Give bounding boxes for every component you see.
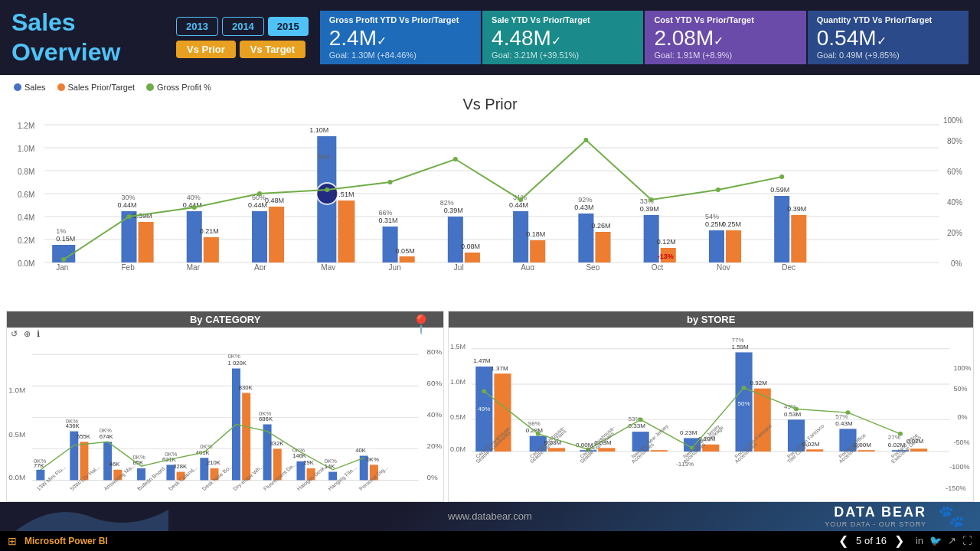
twitter-icon[interactable]: 🐦	[929, 535, 942, 546]
kpi-sale-title: Sale YTD Vs Prior/Target	[492, 15, 634, 24]
prev-page-btn[interactable]: ❮	[838, 533, 848, 548]
svg-rect-116	[36, 470, 44, 481]
vs-target-btn[interactable]: Vs Target	[240, 41, 305, 58]
reset-icon[interactable]: ↺	[11, 329, 18, 339]
kpi-quantity-value: 0.54M✓	[817, 26, 959, 51]
svg-text:0K%: 0K%	[228, 354, 241, 358]
svg-point-238	[742, 386, 746, 390]
svg-point-239	[794, 407, 799, 412]
svg-text:0K%: 0K%	[200, 445, 213, 449]
svg-text:80%: 80%	[947, 137, 962, 145]
svg-text:1.59M: 1.59M	[732, 344, 749, 350]
databear-logo-icon: 🐾	[938, 504, 965, 529]
svg-text:1.0M: 1.0M	[450, 379, 466, 386]
year-2014-btn[interactable]: 2014	[222, 17, 264, 36]
svg-text:Aug: Aug	[521, 263, 534, 270]
svg-text:Sep: Sep	[586, 263, 599, 270]
kpi-quantity: Quantity YTD Vs Prior/Target 0.54M✓ Goal…	[808, 11, 969, 64]
svg-rect-49	[448, 217, 463, 262]
svg-text:-13%: -13%	[658, 253, 674, 260]
svg-text:0K%: 0K%	[367, 458, 380, 462]
kpi-cost-value: 2.08M✓	[654, 26, 796, 51]
svg-text:0K%: 0K%	[100, 429, 113, 433]
zoom-icon[interactable]: ⊕	[24, 329, 31, 339]
svg-text:60%: 60%	[427, 380, 443, 387]
svg-text:0.53M: 0.53M	[784, 411, 801, 418]
fullscreen-icon[interactable]: ⛶	[962, 535, 972, 546]
svg-text:58%: 58%	[317, 153, 331, 161]
kpi-cost-goal: Goal: 1.91M (+8.9%)	[654, 51, 796, 60]
svg-text:0.05M: 0.05M	[396, 247, 415, 255]
svg-text:0.5M: 0.5M	[450, 414, 466, 422]
main-chart-svg: 0.0M 0.2M 0.4M 0.6M 0.8M 1.0M 1.2M 0% 20…	[14, 117, 966, 270]
share-icon[interactable]: ↗	[948, 535, 956, 546]
svg-text:-150%: -150%	[946, 484, 966, 492]
svg-text:Oct: Oct	[652, 263, 664, 270]
svg-text:0K%: 0K%	[165, 452, 178, 456]
svg-text:May: May	[321, 263, 335, 270]
svg-text:0K%: 0K%	[133, 455, 146, 460]
by-category-chart: 80% 60% 40% 20% 0% 1.0M 0.5M 0.0M	[7, 341, 443, 501]
svg-text:0.92M: 0.92M	[750, 380, 767, 386]
svg-rect-33	[252, 211, 267, 262]
svg-point-234	[536, 432, 541, 436]
svg-text:332K: 332K	[270, 442, 283, 446]
by-store-header: by STORE	[449, 311, 973, 328]
kpi-sale-goal: Goal: 3.21M (+39.51%)	[492, 51, 634, 60]
svg-text:100%: 100%	[943, 117, 963, 125]
svg-text:0.0M: 0.0M	[8, 474, 25, 481]
svg-text:830K: 830K	[239, 386, 253, 390]
svg-rect-60	[595, 232, 610, 262]
svg-text:40K: 40K	[355, 448, 366, 453]
kpi-gross-profit-value: 2.4M✓	[329, 26, 472, 51]
svg-text:0%: 0%	[427, 474, 438, 481]
next-page-btn[interactable]: ❯	[894, 533, 904, 548]
svg-text:1.10M: 1.10M	[309, 126, 328, 134]
svg-text:40%: 40%	[427, 412, 443, 419]
svg-text:686K: 686K	[259, 417, 273, 422]
svg-point-240	[846, 410, 851, 415]
svg-text:0.33M: 0.33M	[629, 423, 645, 430]
svg-point-43	[316, 183, 338, 204]
footer-url: www.databear.com	[448, 510, 532, 522]
taskbar-brand: Microsoft Power BI	[24, 536, 108, 546]
svg-text:Mar: Mar	[187, 263, 201, 270]
kpi-quantity-goal: Goal: 0.49M (+9.85%)	[817, 51, 959, 60]
svg-point-79	[61, 257, 66, 262]
svg-text:60%: 60%	[947, 168, 962, 176]
svg-text:0.21M: 0.21M	[200, 227, 219, 235]
svg-text:1.0M: 1.0M	[8, 387, 25, 394]
svg-rect-124	[103, 442, 112, 480]
svg-text:-50%: -50%	[954, 439, 970, 446]
kpi-gross-profit-goal: Goal: 1.30M (+84.46%)	[329, 51, 472, 60]
svg-text:0.4M: 0.4M	[18, 214, 34, 222]
svg-text:210K: 210K	[207, 461, 220, 465]
svg-text:40%: 40%	[947, 198, 962, 207]
svg-text:1.2M: 1.2M	[18, 122, 34, 130]
svg-text:20%: 20%	[427, 443, 443, 450]
svg-point-84	[388, 180, 393, 184]
year-2013-btn[interactable]: 2013	[176, 17, 218, 36]
page-info: 5 of 16	[856, 535, 887, 546]
year-2015-btn[interactable]: 2015	[268, 17, 309, 36]
linkedin-icon[interactable]: in	[916, 535, 923, 546]
vs-prior-btn[interactable]: Vs Prior	[176, 41, 236, 58]
svg-rect-55	[530, 240, 545, 262]
svg-point-236	[639, 418, 643, 422]
svg-text:Jul: Jul	[454, 263, 464, 270]
svg-point-233	[482, 390, 487, 394]
svg-rect-229	[910, 448, 927, 452]
info-icon[interactable]: ℹ	[37, 329, 40, 339]
svg-text:0.8M: 0.8M	[18, 168, 34, 176]
svg-text:82%: 82%	[440, 199, 454, 207]
svg-text:0.2M: 0.2M	[18, 236, 34, 245]
svg-text:0.48M: 0.48M	[265, 197, 284, 204]
svg-text:49%: 49%	[479, 406, 491, 413]
svg-text:0.18M: 0.18M	[526, 230, 545, 238]
svg-text:436K: 436K	[66, 424, 80, 429]
svg-text:0K%: 0K%	[325, 458, 338, 463]
svg-text:0%: 0%	[958, 414, 968, 422]
svg-text:0.12M: 0.12M	[657, 238, 676, 246]
legend-gp: Gross Profit %	[146, 83, 211, 92]
svg-text:0.5M: 0.5M	[8, 432, 25, 439]
